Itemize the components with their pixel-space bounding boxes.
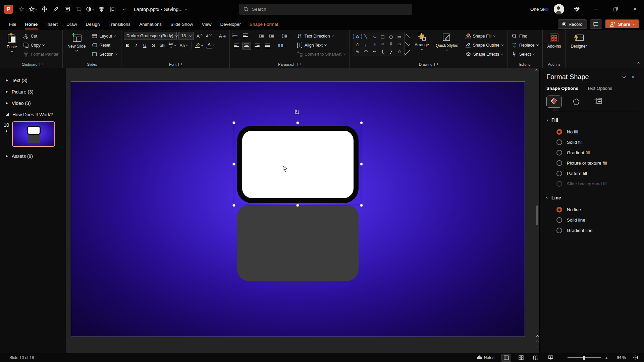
sidebar-section-assets-8[interactable]: Assets (8) [0, 152, 66, 161]
radio-icon[interactable] [556, 217, 562, 223]
shape-freeform-icon[interactable]: ▱ [395, 40, 404, 48]
slide-counter[interactable]: Slide 10 of 18 [9, 355, 475, 360]
selection-handle-top-left[interactable] [232, 121, 235, 124]
tab-shape-options[interactable]: Shape Options [546, 86, 578, 91]
increase-indent-button[interactable] [267, 32, 276, 40]
panel-close-button[interactable]: × [629, 74, 638, 80]
line-spacing-button[interactable] [282, 32, 290, 40]
text-shadow-button[interactable]: S [150, 42, 157, 49]
replace-button[interactable]: bc Replace [510, 41, 540, 49]
normal-view-button[interactable] [501, 354, 511, 362]
font-name-combobox[interactable]: Darker Grotesque (Body) [124, 32, 177, 40]
fill-option-no-fill[interactable]: No fill [556, 127, 638, 137]
underline-button[interactable]: U [141, 42, 148, 49]
zoom-in-button[interactable]: + [604, 355, 608, 361]
fit-slide-to-window-button[interactable] [631, 354, 641, 362]
selection-handle-top-center[interactable] [296, 121, 299, 124]
radio-selected-icon[interactable] [556, 207, 562, 213]
expand-triangle-icon[interactable] [6, 90, 8, 93]
add-ins-button[interactable]: Add-ins [545, 32, 564, 50]
document-title[interactable]: Laptop.pptx • Saving... [134, 7, 187, 12]
line-option-solid-line[interactable]: Solid line [556, 215, 638, 225]
bullets-button[interactable] [232, 32, 241, 40]
move-object-icon[interactable] [39, 4, 49, 14]
cut-button[interactable]: Cut [21, 32, 60, 40]
restore-button[interactable] [608, 3, 623, 16]
fill-option-picture-or-texture-fill[interactable]: Picture or texture fill [556, 158, 638, 168]
notes-button[interactable]: Notes [475, 355, 496, 360]
slide-show-view-button[interactable] [545, 354, 555, 362]
decrease-indent-button[interactable] [257, 32, 266, 40]
minimize-button[interactable] [589, 3, 603, 16]
ribbon-tab-home[interactable]: Home [21, 18, 42, 30]
share-button[interactable]: Share [605, 19, 639, 29]
reset-button[interactable]: Reset [90, 41, 119, 49]
user-name[interactable]: One Skill [530, 7, 548, 12]
laptop-screen-shape[interactable] [237, 126, 359, 203]
convert-to-smartart-button[interactable]: Convert to SmartArt [295, 50, 347, 58]
comments-button[interactable] [590, 19, 602, 29]
zoom-level[interactable]: 94 % [613, 355, 626, 360]
format-painter-button[interactable]: Format Painter [21, 50, 60, 58]
shape-arrow-down-icon[interactable]: ⇩ [387, 40, 395, 48]
premium-gem-icon[interactable] [570, 3, 584, 16]
bold-button[interactable]: B [124, 42, 131, 49]
align-right-button[interactable] [253, 42, 262, 50]
ribbon-tab-design[interactable]: Design [82, 18, 104, 30]
zoom-slider[interactable] [568, 357, 601, 358]
shape-line-arrow-icon[interactable]: ↘ [370, 33, 378, 40]
layout-button[interactable]: Layout [90, 32, 119, 40]
expand-triangle-icon[interactable] [6, 102, 8, 105]
tab-text-options[interactable]: Text Options [587, 86, 612, 91]
ribbon-tab-animations[interactable]: Animations [135, 18, 166, 30]
search-input[interactable] [252, 7, 408, 12]
copy-button[interactable]: Copy [21, 41, 60, 49]
clipboard-dialog-launcher-icon[interactable] [40, 63, 43, 66]
section-button[interactable]: Section [90, 50, 119, 58]
shape-brace-right-icon[interactable]: } [387, 48, 395, 55]
shape-effects-button[interactable]: Shape Effects [464, 50, 505, 58]
fill-section-header[interactable]: Fill [546, 117, 638, 123]
align-text-button[interactable]: Align Text [295, 41, 347, 49]
drawing-dialog-launcher-icon[interactable] [434, 63, 438, 66]
radio-icon[interactable] [556, 160, 562, 166]
align-center-button[interactable] [243, 42, 251, 50]
shape-outline-button[interactable]: Shape Outline [464, 41, 505, 49]
text-highlight-button[interactable] [194, 42, 204, 49]
crop-icon[interactable] [73, 4, 84, 14]
format-painter-pen-icon[interactable] [51, 4, 61, 14]
fill-option-pattern-fill[interactable]: Pattern fill [556, 168, 638, 179]
gallery-more-button[interactable] [405, 48, 410, 56]
expand-triangle-icon[interactable] [6, 79, 8, 82]
ribbon-tab-file[interactable]: File [5, 18, 21, 30]
shape-brace-left-icon[interactable]: { [378, 48, 387, 55]
collapse-triangle-icon[interactable] [6, 113, 9, 116]
distribute-columns-icon[interactable] [108, 4, 118, 14]
slide-sorter-view-button[interactable] [516, 354, 526, 362]
radio-icon[interactable] [556, 150, 562, 156]
selection-handle-top-right[interactable] [360, 121, 363, 124]
shape-scribble-icon[interactable]: ∿ [353, 48, 362, 55]
zoom-slider-thumb[interactable] [583, 356, 585, 360]
gallery-scroll-down-button[interactable] [405, 40, 410, 48]
sidebar-section-video-3[interactable]: Video (3) [0, 99, 66, 108]
align-left-button[interactable] [232, 42, 241, 50]
sidebar-section-text-3[interactable]: Text (3) [0, 76, 66, 85]
user-avatar[interactable] [554, 4, 564, 14]
previous-slide-button-secondary[interactable] [536, 341, 539, 344]
shape-triangle-icon[interactable]: △ [353, 40, 362, 48]
ribbon-tab-slide-show[interactable]: Slide Show [166, 18, 198, 30]
arrange-button[interactable]: Arrange [412, 32, 431, 51]
size-and-properties-tab-button[interactable] [591, 96, 606, 108]
italic-button[interactable]: I [132, 42, 140, 49]
effects-tab-button[interactable] [569, 96, 584, 108]
dark-mode-icon[interactable] [85, 4, 95, 14]
selection-handle-bottom-right[interactable] [360, 204, 363, 207]
clear-formatting-button[interactable]: A [218, 32, 227, 40]
ribbon-tab-view[interactable]: View [197, 18, 216, 30]
ribbon-tab-developer[interactable]: Developer [216, 18, 246, 30]
shape-rectangle-icon[interactable]: □ [378, 33, 387, 40]
shape-fill-button[interactable]: Shape Fill [464, 32, 505, 40]
zoom-out-button[interactable]: − [560, 355, 564, 361]
justify-button[interactable] [263, 42, 272, 50]
